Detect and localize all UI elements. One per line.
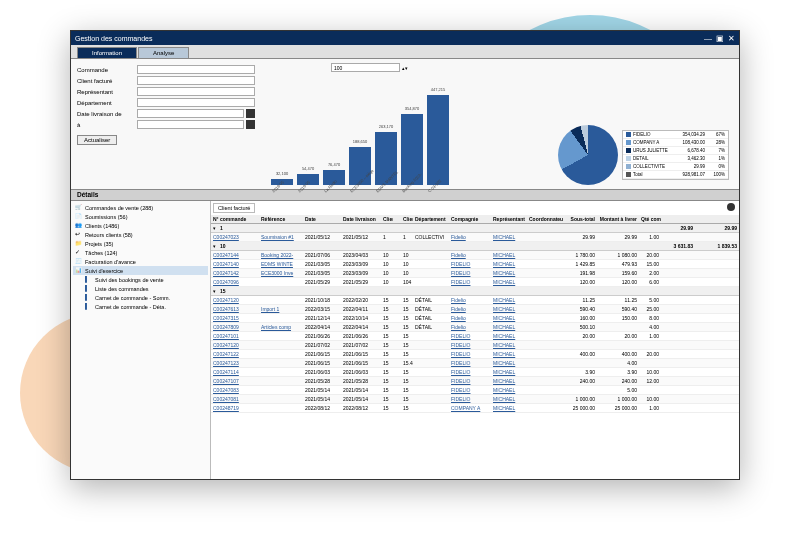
calendar-icon[interactable]: [246, 120, 255, 129]
link[interactable]: MICHAEL: [493, 270, 515, 276]
link[interactable]: FIDELIO: [451, 279, 470, 285]
link[interactable]: MICHAEL: [493, 378, 515, 384]
sidebar-subitem[interactable]: ▌Carnet de commande - Somm.: [73, 293, 208, 302]
link[interactable]: C00247315: [213, 315, 239, 321]
collapse-icon[interactable]: ▾: [213, 225, 216, 231]
sidebar-item[interactable]: 👥Clients (1486): [73, 221, 208, 230]
sidebar-item[interactable]: 📊Suivi d'exercice: [73, 266, 208, 275]
table-row[interactable]: C002471202021/07/022021/07/021515FIDELIO…: [211, 341, 739, 350]
column-header[interactable]: Montant à livrer: [597, 215, 639, 223]
link[interactable]: Booking 2022-: [261, 252, 293, 258]
sidebar-item[interactable]: 🧾Facturation d'avance: [73, 257, 208, 266]
link[interactable]: MICHAEL: [493, 279, 515, 285]
link[interactable]: MICHAEL: [493, 315, 515, 321]
link[interactable]: EDMS WINTE: [261, 261, 293, 267]
link[interactable]: C00247120: [213, 297, 239, 303]
link[interactable]: C00247613: [213, 306, 239, 312]
table-row[interactable]: C00247809Articles comp2022/04/142022/04/…: [211, 323, 739, 332]
table-row[interactable]: C002471072021/05/282021/05/281515FIDELIO…: [211, 377, 739, 386]
link[interactable]: MICHAEL: [493, 387, 515, 393]
filter-input[interactable]: [137, 87, 255, 96]
column-header[interactable]: Coordonnateur: [527, 215, 563, 223]
link[interactable]: C00247081: [213, 396, 239, 402]
link[interactable]: FIDELIO: [451, 396, 470, 402]
link[interactable]: Import 1: [261, 306, 279, 312]
sidebar-subitem[interactable]: ▌Suivi des bookings de vente: [73, 275, 208, 284]
link[interactable]: MICHAEL: [493, 351, 515, 357]
table-row[interactable]: C002471232021/06/152021/06/151515.48FIDE…: [211, 359, 739, 368]
link[interactable]: MICHAEL: [493, 306, 515, 312]
link[interactable]: FIDELIO: [451, 333, 470, 339]
sidebar-item[interactable]: 📄Soumissions (56): [73, 212, 208, 221]
group-row[interactable]: ▾103 631.831 839.53: [211, 242, 739, 251]
link[interactable]: C00247122: [213, 351, 239, 357]
group-row[interactable]: ▾129.9929.99: [211, 224, 739, 233]
column-header[interactable]: Client facturé: [381, 215, 393, 223]
link[interactable]: FIDELIO: [451, 360, 470, 366]
link[interactable]: C00247023: [213, 234, 239, 240]
table-row[interactable]: C002471142021/06/032021/06/031515FIDELIO…: [211, 368, 739, 377]
link[interactable]: MICHAEL: [493, 396, 515, 402]
sidebar-item[interactable]: ↩Retours clients (58): [73, 230, 208, 239]
link[interactable]: Fidelio: [451, 252, 466, 258]
link[interactable]: MICHAEL: [493, 297, 515, 303]
table-row[interactable]: C002470962021/05/292021/05/2910104FIDELI…: [211, 278, 739, 287]
gear-icon[interactable]: [727, 203, 735, 211]
tab-information[interactable]: Information: [77, 47, 137, 58]
column-header[interactable]: Département: [413, 215, 449, 223]
table-row[interactable]: C00247140EDMS WINTE2021/03/052023/03/091…: [211, 260, 739, 269]
link[interactable]: Fidelio: [451, 324, 466, 330]
link[interactable]: MICHAEL: [493, 369, 515, 375]
close-icon[interactable]: ✕: [728, 34, 735, 43]
table-row[interactable]: C00247142ECE3000 Inve2021/03/052023/03/0…: [211, 269, 739, 278]
collapse-icon[interactable]: ▾: [213, 288, 216, 294]
column-header[interactable]: [393, 215, 401, 223]
link[interactable]: FIDELIO: [451, 342, 470, 348]
link[interactable]: C00247144: [213, 252, 239, 258]
link[interactable]: FIDELIO: [451, 270, 470, 276]
groupby-chip[interactable]: Client facturé: [213, 203, 255, 213]
sidebar-item[interactable]: 📁Projets (35): [73, 239, 208, 248]
column-header[interactable]: Client livré: [401, 215, 413, 223]
column-header[interactable]: Représentant: [491, 215, 527, 223]
link[interactable]: C00247107: [213, 378, 239, 384]
table-row[interactable]: C002471012021/06/262021/06/261515FIDELIO…: [211, 332, 739, 341]
link[interactable]: MICHAEL: [493, 360, 515, 366]
refresh-button[interactable]: Actualiser: [77, 135, 117, 145]
link[interactable]: Fidelio: [451, 234, 466, 240]
table-row[interactable]: C002471222021/06/152021/06/151515FIDELIO…: [211, 350, 739, 359]
sidebar-subitem[interactable]: ▌Carnet de commande - Déta.: [73, 302, 208, 311]
minimize-icon[interactable]: —: [704, 34, 712, 43]
sidebar-subitem[interactable]: ▌Liste des commandes: [73, 284, 208, 293]
filter-input[interactable]: [137, 65, 255, 74]
link[interactable]: C00247096: [213, 279, 239, 285]
link[interactable]: FIDELIO: [451, 387, 470, 393]
link[interactable]: C00247114: [213, 369, 239, 375]
table-row[interactable]: C00247144Booking 2022-2021/07/062023/04/…: [211, 251, 739, 260]
link[interactable]: MICHAEL: [493, 405, 515, 411]
link[interactable]: C00247120: [213, 342, 239, 348]
link[interactable]: Fidelio: [451, 306, 466, 312]
link[interactable]: COMPANY A: [451, 405, 480, 411]
link[interactable]: C00248719: [213, 405, 239, 411]
link[interactable]: C00247083: [213, 387, 239, 393]
link[interactable]: Soumission #1: [261, 234, 294, 240]
calendar-icon[interactable]: [246, 109, 255, 118]
link[interactable]: Fidelio: [451, 315, 466, 321]
column-header[interactable]: Date: [303, 215, 341, 223]
tab-analyse[interactable]: Analyse: [138, 47, 189, 58]
date-input[interactable]: [137, 120, 244, 129]
table-row[interactable]: C002470832021/05/142021/05/141515FIDELIO…: [211, 386, 739, 395]
link[interactable]: FIDELIO: [451, 378, 470, 384]
link[interactable]: MICHAEL: [493, 324, 515, 330]
link[interactable]: FIDELIO: [451, 261, 470, 267]
filter-input[interactable]: [137, 76, 255, 85]
column-header[interactable]: Date livraison: [341, 215, 381, 223]
link[interactable]: MICHAEL: [493, 234, 515, 240]
sidebar-item[interactable]: ✓Tâches (124): [73, 248, 208, 257]
maximize-icon[interactable]: ▣: [716, 34, 724, 43]
table-row[interactable]: C002487192022/08/122022/08/121515COMPANY…: [211, 404, 739, 413]
column-header[interactable]: Qté comm.: [639, 215, 661, 223]
table-row[interactable]: C002471202021/10/182022/02/201515DÉTAILF…: [211, 296, 739, 305]
link[interactable]: MICHAEL: [493, 252, 515, 258]
